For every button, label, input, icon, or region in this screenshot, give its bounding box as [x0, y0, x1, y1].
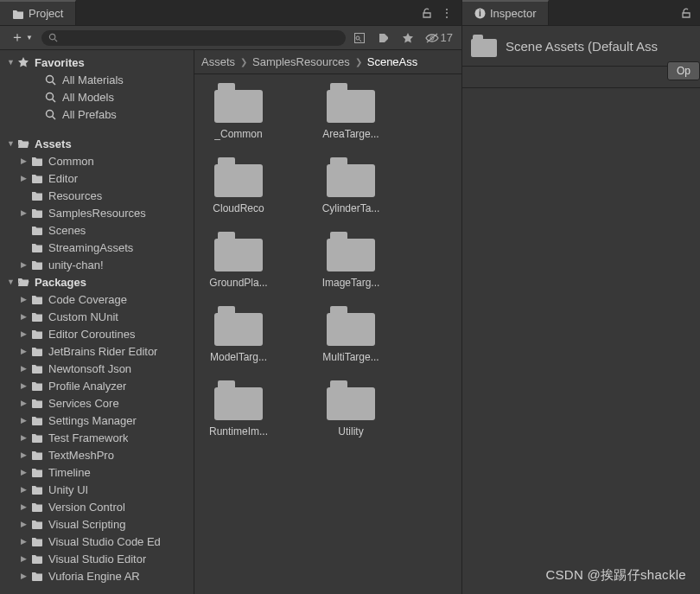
search-by-label-icon[interactable]	[373, 32, 394, 44]
tree-item[interactable]: ▶Services Core	[0, 394, 194, 412]
tree-item[interactable]: ▼Favorites	[0, 54, 194, 71]
tree-item[interactable]: ▼Assets	[0, 135, 194, 152]
search-input[interactable]	[41, 30, 346, 46]
grid-folder-item[interactable]: CylinderTa...	[312, 157, 390, 214]
tree-item[interactable]: ▶Vuforia Engine AR	[0, 567, 194, 584]
inspector-body	[462, 88, 700, 594]
svg-line-8	[53, 81, 56, 85]
add-button[interactable]: ＋▼	[5, 27, 38, 48]
grid-folder-item[interactable]: ImageTarg...	[312, 232, 390, 289]
inspector-asset-title: Scene Assets (Default Ass	[506, 39, 691, 54]
inspector-tab-label: Inspector	[490, 7, 536, 20]
chevron-right-icon: ❯	[240, 57, 247, 67]
breadcrumb-item[interactable]: SceneAss	[367, 55, 418, 68]
folder-icon	[214, 306, 263, 346]
tree-item[interactable]: ▶Common	[0, 152, 194, 169]
tree-item[interactable]: ▶Version Control	[0, 498, 194, 515]
tree-item[interactable]: ▶Visual Scripting	[0, 515, 194, 533]
tree-item[interactable]: All Prefabs	[0, 105, 194, 123]
grid-folder-item[interactable]: ModelTarg...	[200, 306, 277, 363]
project-toolbar: ＋▼ 17	[0, 26, 461, 50]
grid-item-label: MultiTarge...	[312, 351, 390, 363]
grid-item-label: _Common	[200, 128, 277, 140]
breadcrumb-item[interactable]: Assets	[201, 55, 235, 68]
folder-icon	[214, 157, 263, 197]
svg-point-3	[356, 36, 360, 40]
project-tree[interactable]: ▼FavoritesAll MaterialsAll ModelsAll Pre…	[0, 50, 194, 594]
tree-item[interactable]: All Models	[0, 88, 194, 105]
grid-folder-item[interactable]: Utility	[312, 380, 390, 438]
grid-item-label: GroundPla...	[200, 277, 277, 289]
grid-item-label: RuntimeIm...	[200, 425, 277, 438]
inspector-tab[interactable]: i Inspector	[462, 0, 549, 25]
tree-item[interactable]: ▶JetBrains Rider Editor	[0, 342, 194, 360]
unlock-icon[interactable]	[422, 8, 432, 18]
svg-line-10	[53, 99, 56, 102]
tree-item[interactable]: ▶Code Coverage	[0, 291, 194, 308]
grid-folder-item[interactable]: MultiTarge...	[312, 306, 390, 363]
grid-item-label: ImageTarg...	[312, 277, 390, 289]
tree-item[interactable]: ▶Editor	[0, 169, 194, 187]
grid-item-label: Utility	[312, 425, 390, 438]
tree-item[interactable]: ▶Editor Coroutines	[0, 325, 194, 342]
tree-item[interactable]: ▶Settings Manager	[0, 412, 194, 429]
folder-icon	[12, 9, 24, 19]
folder-icon	[214, 232, 263, 271]
project-tab-bar: Project ⋮	[0, 0, 461, 26]
open-button[interactable]: Op	[667, 61, 700, 80]
grid-item-label: CylinderTa...	[312, 202, 390, 214]
watermark: CSDN @挨踢仔shackle	[545, 567, 686, 584]
tree-item[interactable]: StreamingAssets	[0, 239, 194, 256]
folder-icon	[214, 83, 263, 123]
tree-item[interactable]: ▶Custom NUnit	[0, 308, 194, 325]
search-icon	[48, 33, 58, 42]
svg-point-9	[47, 93, 54, 99]
asset-grid: _CommonAreaTarge...CloudRecoCylinderTa..…	[194, 74, 461, 594]
tree-item[interactable]: ▶SamplesResources	[0, 204, 194, 221]
tree-item[interactable]: ▶Unity UI	[0, 481, 194, 498]
folder-icon	[327, 380, 375, 420]
svg-point-11	[47, 110, 54, 117]
tree-item[interactable]: ▶Test Framework	[0, 429, 194, 446]
info-icon: i	[474, 8, 486, 19]
svg-line-1	[54, 39, 57, 42]
chevron-right-icon: ❯	[355, 57, 362, 67]
svg-line-12	[53, 116, 56, 119]
folder-icon	[327, 232, 375, 271]
unlock-icon[interactable]	[681, 8, 691, 18]
tree-item[interactable]: All Materials	[0, 71, 194, 88]
tree-item[interactable]: ▶unity-chan!	[0, 256, 194, 273]
folder-icon	[327, 83, 375, 123]
hidden-items[interactable]: 17	[422, 31, 456, 44]
svg-line-4	[359, 39, 361, 42]
tree-item[interactable]: ▼Packages	[0, 273, 194, 291]
svg-point-7	[47, 75, 54, 82]
tree-item[interactable]: ▶Visual Studio Code Ed	[0, 533, 194, 550]
eye-off-icon	[425, 33, 439, 43]
tree-item[interactable]: ▶TextMeshPro	[0, 446, 194, 463]
breadcrumb-item[interactable]: SamplesResources	[252, 55, 350, 68]
tree-item[interactable]: ▶Timeline	[0, 463, 194, 481]
project-tab[interactable]: Project	[0, 0, 76, 25]
tree-item[interactable]: ▶Newtonsoft Json	[0, 360, 194, 377]
grid-folder-item[interactable]: CloudReco	[200, 157, 277, 214]
favorite-icon[interactable]	[398, 32, 418, 44]
grid-folder-item[interactable]: _Common	[200, 83, 277, 140]
tree-item[interactable]: Scenes	[0, 221, 194, 239]
inspector-tab-bar: i Inspector	[462, 0, 700, 26]
svg-point-0	[49, 34, 54, 39]
folder-icon	[327, 157, 375, 197]
grid-folder-item[interactable]: AreaTarge...	[312, 83, 390, 140]
grid-folder-item[interactable]: RuntimeIm...	[200, 380, 277, 438]
kebab-icon[interactable]: ⋮	[441, 6, 453, 20]
tree-item[interactable]: ▶Visual Studio Editor	[0, 550, 194, 567]
grid-folder-item[interactable]: GroundPla...	[200, 232, 277, 289]
tree-item[interactable]: Resources	[0, 187, 194, 204]
search-by-type-icon[interactable]	[349, 32, 370, 44]
folder-icon	[214, 380, 263, 420]
inspector-header: Scene Assets (Default Ass	[462, 26, 700, 67]
grid-item-label: AreaTarge...	[312, 128, 390, 140]
svg-text:i: i	[479, 9, 481, 18]
tree-item[interactable]: ▶Profile Analyzer	[0, 377, 194, 394]
folder-icon	[471, 35, 497, 57]
